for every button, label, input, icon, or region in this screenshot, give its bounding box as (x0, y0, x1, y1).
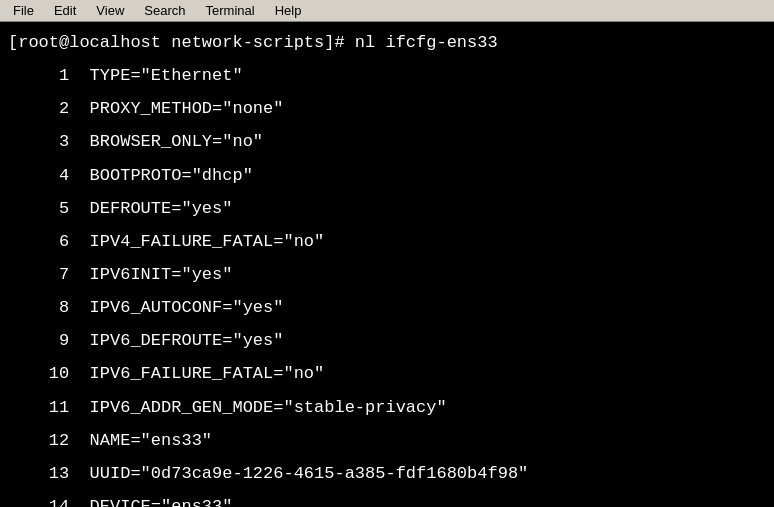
terminal-line: 11 IPV6_ADDR_GEN_MODE="stable-privacy" (8, 398, 447, 417)
terminal-line: 10 IPV6_FAILURE_FATAL="no" (8, 364, 324, 383)
terminal: [root@localhost network-scripts]# nl ifc… (0, 22, 774, 507)
menu-item-search[interactable]: Search (135, 1, 194, 20)
menu-item-file[interactable]: File (4, 1, 43, 20)
menu-bar: FileEditViewSearchTerminalHelp (0, 0, 774, 22)
terminal-line: 9 IPV6_DEFROUTE="yes" (8, 331, 283, 350)
terminal-line: 14 DEVICE="ens33" (8, 497, 232, 507)
menu-item-terminal[interactable]: Terminal (197, 1, 264, 20)
terminal-line: 8 IPV6_AUTOCONF="yes" (8, 298, 283, 317)
terminal-line: 2 PROXY_METHOD="none" (8, 99, 283, 118)
terminal-line: 3 BROWSER_ONLY="no" (8, 132, 263, 151)
menu-item-view[interactable]: View (87, 1, 133, 20)
terminal-line: 6 IPV4_FAILURE_FATAL="no" (8, 232, 324, 251)
terminal-line: 13 UUID="0d73ca9e-1226-4615-a385-fdf1680… (8, 464, 528, 483)
menu-item-edit[interactable]: Edit (45, 1, 85, 20)
terminal-content: [root@localhost network-scripts]# nl ifc… (8, 26, 766, 507)
terminal-line: 12 NAME="ens33" (8, 431, 212, 450)
terminal-line: 7 IPV6INIT="yes" (8, 265, 232, 284)
terminal-line: 4 BOOTPROTO="dhcp" (8, 166, 253, 185)
terminal-line: 1 TYPE="Ethernet" (8, 66, 243, 85)
terminal-line: 5 DEFROUTE="yes" (8, 199, 232, 218)
prompt-line: [root@localhost network-scripts]# nl ifc… (8, 33, 498, 52)
menu-item-help[interactable]: Help (266, 1, 311, 20)
